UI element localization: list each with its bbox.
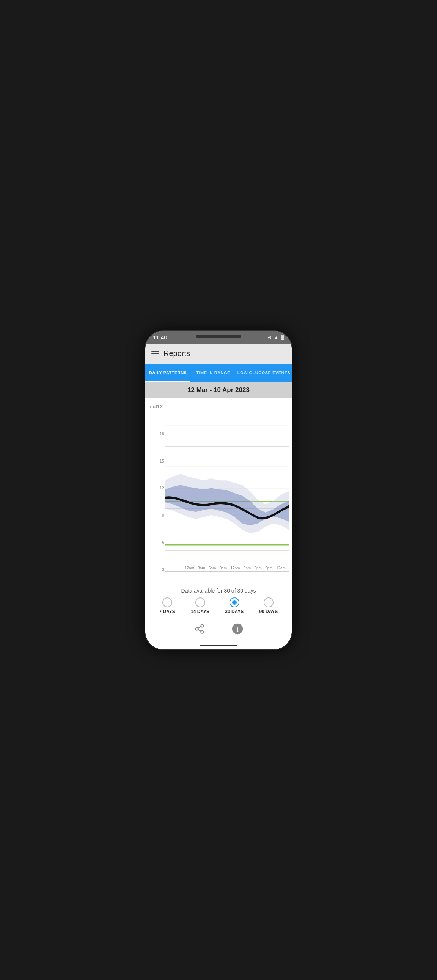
svg-point-11 — [196, 627, 198, 630]
share-icon — [194, 624, 205, 634]
tab-time-in-range[interactable]: TIME IN RANGE — [190, 364, 236, 382]
info-button[interactable]: i — [230, 621, 245, 636]
home-bar — [199, 645, 238, 646]
x-tick-12am-start: 12am — [185, 566, 194, 570]
phone-notch — [196, 335, 241, 338]
x-tick-6am: 6am — [209, 566, 216, 570]
y-tick-15: 15 — [157, 459, 164, 463]
period-option-7days[interactable]: 7 DAYS — [159, 598, 175, 614]
period-label-14days: 14 DAYS — [191, 609, 209, 614]
svg-line-14 — [198, 626, 201, 628]
svg-text:i: i — [236, 625, 238, 633]
period-radio-30days[interactable] — [230, 598, 239, 607]
y-tick-6: 6 — [157, 540, 164, 544]
y-tick-18: 18 — [157, 431, 164, 436]
app-header: Reports — [145, 344, 292, 364]
y-tick-12: 12 — [157, 486, 164, 490]
y-tick-3: 3 — [157, 567, 164, 572]
period-label-90days: 90 DAYS — [259, 609, 278, 614]
status-time: 11:40 — [153, 334, 167, 340]
period-radio-7days[interactable] — [163, 598, 172, 607]
share-button[interactable] — [192, 621, 207, 636]
x-tick-12pm: 12pm — [230, 566, 240, 570]
period-option-90days[interactable]: 90 DAYS — [259, 598, 278, 614]
data-availability-text: Data available for 30 of 30 days — [145, 586, 292, 598]
period-radio-14days[interactable] — [195, 598, 205, 607]
y-tick-9: 9 — [157, 513, 164, 517]
y-tick-21: 21 — [157, 404, 164, 409]
wifi-icon: ▲ — [274, 335, 278, 340]
tab-low-glucose-events[interactable]: LOW GLUCOSE EVENTS — [236, 364, 292, 382]
svg-point-12 — [201, 630, 204, 633]
y-axis: 21 18 15 12 9 6 3 — [157, 404, 164, 572]
battery-icon: ▓ — [281, 335, 284, 340]
bottom-section: Data available for 30 of 30 days 7 DAYS … — [145, 583, 292, 642]
phone-screen: 11:40 ⊖ ▲ ▓ Reports DAILY PATTERNS TIME … — [145, 331, 292, 649]
period-label-30days: 30 DAYS — [225, 609, 244, 614]
app-title: Reports — [164, 349, 190, 358]
x-tick-6pm: 6pm — [254, 566, 262, 570]
tab-daily-patterns[interactable]: DAILY PATTERNS — [145, 364, 190, 382]
x-tick-9pm: 9pm — [265, 566, 273, 570]
x-axis: 12am 3am 6am 9am 12pm 3pm 6pm 9pm 12am — [185, 566, 285, 570]
bottom-actions: i — [145, 618, 292, 642]
svg-line-13 — [198, 629, 201, 631]
chart-plot: 12am 3am 6am 9am 12pm 3pm 6pm 9pm 12am — [165, 404, 289, 572]
date-range-text: 12 Mar - 10 Apr 2023 — [187, 386, 250, 394]
x-tick-3pm: 3pm — [244, 566, 251, 570]
status-icons: ⊖ ▲ ▓ — [268, 335, 284, 340]
x-tick-3am: 3am — [198, 566, 205, 570]
chart-area: mmol/L 21 18 15 12 9 6 3 — [145, 398, 292, 583]
period-selector: 7 DAYS 14 DAYS 30 DAYS 90 DAYS — [145, 598, 292, 618]
home-indicator — [145, 642, 292, 649]
period-option-14days[interactable]: 14 DAYS — [191, 598, 209, 614]
phone-frame: 11:40 ⊖ ▲ ▓ Reports DAILY PATTERNS TIME … — [145, 330, 292, 650]
period-radio-90days[interactable] — [264, 598, 273, 607]
period-label-7days: 7 DAYS — [159, 609, 175, 614]
chart-container: mmol/L 21 18 15 12 9 6 3 — [145, 401, 292, 583]
do-not-disturb-icon: ⊖ — [268, 335, 272, 340]
tab-bar: DAILY PATTERNS TIME IN RANGE LOW GLUCOSE… — [145, 364, 292, 382]
x-tick-12am-end: 12am — [276, 566, 285, 570]
hamburger-menu-icon[interactable] — [152, 351, 159, 356]
chart-svg — [165, 404, 289, 572]
date-range-bar: 12 Mar - 10 Apr 2023 — [145, 382, 292, 398]
svg-point-10 — [201, 624, 204, 627]
info-icon: i — [231, 622, 244, 635]
period-option-30days[interactable]: 30 DAYS — [225, 598, 244, 614]
x-tick-9am: 9am — [220, 566, 227, 570]
